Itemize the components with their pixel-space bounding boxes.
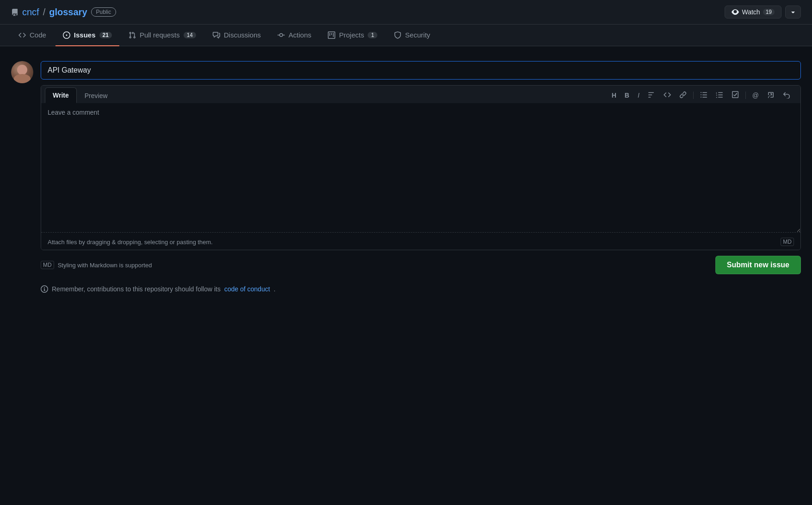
editor-tab-group: Write Preview [45,87,116,103]
heading-button[interactable]: H [609,90,619,100]
issue-icon [63,31,70,39]
repo-icon [11,7,18,17]
main-content: Write Preview H B I [0,46,812,308]
tab-issues-count: 21 [99,32,112,38]
security-icon [394,31,401,39]
preview-tab[interactable]: Preview [77,87,116,103]
attach-text: Attach files by dragging & dropping, sel… [48,239,213,246]
repo-org-link[interactable]: cncf [22,7,39,18]
tab-issues[interactable]: Issues 21 [55,25,119,46]
link-button[interactable] [677,89,689,101]
avatar [11,61,33,83]
unordered-list-button[interactable] [697,89,710,101]
tab-pr-count: 14 [184,32,196,38]
repo-title: cncf / glossary Public [11,7,116,18]
markdown-icon-attach: MD [781,238,794,246]
tab-pull-requests[interactable]: Pull requests 14 [121,25,203,46]
attach-bar: Attach files by dragging & dropping, sel… [41,234,800,250]
tab-projects-count: 1 [368,32,377,38]
header-actions: Watch 19 [725,6,801,18]
repo-separator: / [43,7,46,18]
eye-icon [732,8,739,16]
code-button[interactable] [661,89,674,101]
pull-request-icon [129,31,136,39]
footer-period: . [274,285,276,293]
editor-body [41,103,800,234]
tab-actions-label: Actions [289,31,311,39]
top-header: cncf / glossary Public Watch 19 [0,0,812,25]
undo-button[interactable] [780,89,793,101]
nav-tabs: Code Issues 21 Pull requests 14 Discussi… [0,25,812,46]
tab-code-label: Code [30,31,46,39]
tab-security-label: Security [405,31,430,39]
toolbar-sep-2 [745,92,746,99]
mention-button[interactable]: @ [750,90,762,100]
form-footer: MD Styling with Markdown is supported Su… [41,256,801,274]
tab-issues-label: Issues [74,31,96,39]
quote-button[interactable] [645,89,658,101]
toolbar-sep-1 [693,92,694,99]
editor-container: Write Preview H B I [41,85,801,250]
footer-notice: Remember, contributions to this reposito… [41,285,801,293]
repo-name-link[interactable]: glossary [49,7,87,18]
watch-dropdown-button[interactable] [785,6,801,18]
issue-form: Write Preview H B I [11,61,801,293]
tab-discussions-label: Discussions [224,31,261,39]
public-badge: Public [91,7,117,17]
form-area: Write Preview H B I [41,61,801,293]
markdown-note: MD Styling with Markdown is supported [41,261,152,269]
watch-button[interactable]: Watch 19 [725,6,781,18]
footer-notice-text: Remember, contributions to this reposito… [52,285,221,293]
code-icon [18,31,26,39]
issue-title-input[interactable] [41,61,801,80]
tab-actions[interactable]: Actions [270,25,319,46]
italic-button[interactable]: I [635,90,642,100]
actions-icon [277,31,285,39]
watch-count: 19 [763,9,775,15]
submit-new-issue-button[interactable]: Submit new issue [715,256,801,274]
watch-label: Watch [742,8,760,16]
tab-projects-label: Projects [339,31,364,39]
chevron-down-icon [789,8,797,16]
discussions-icon [213,31,220,39]
tab-security[interactable]: Security [387,25,437,46]
tab-code[interactable]: Code [11,25,54,46]
ordered-list-button[interactable] [713,89,726,101]
editor-toolbar: H B I [605,87,797,103]
markdown-icon-footer: MD [41,261,54,269]
task-list-button[interactable] [729,89,742,101]
write-tab[interactable]: Write [45,87,77,103]
tab-projects[interactable]: Projects 1 [320,25,385,46]
bold-button[interactable]: B [622,90,632,100]
tab-pr-label: Pull requests [140,31,180,39]
comment-textarea[interactable] [41,103,800,233]
avatar-placeholder [11,61,33,83]
tab-discussions[interactable]: Discussions [205,25,268,46]
editor-tabs-bar: Write Preview H B I [41,86,800,103]
markdown-note-text: Styling with Markdown is supported [58,262,152,269]
info-icon [41,285,48,293]
reference-button[interactable] [764,89,777,101]
projects-icon [328,31,335,39]
code-of-conduct-link[interactable]: code of conduct [224,285,270,293]
